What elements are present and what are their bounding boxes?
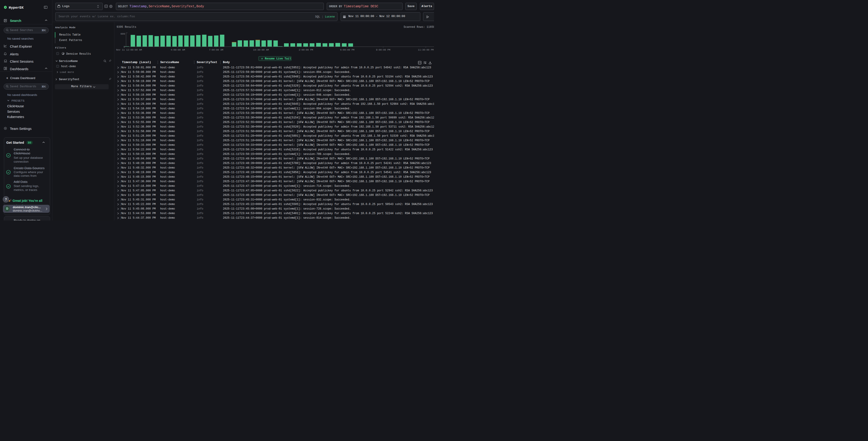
svg-text:4:00:00 AM: 4:00:00 AM (170, 49, 185, 51)
svg-text:7:00:00 AM: 7:00:00 AM (209, 49, 223, 51)
svg-text:5:00:00 PM: 5:00:00 PM (340, 49, 354, 51)
svg-text:0: 0 (123, 46, 125, 48)
svg-text:10:30:00 AM: 10:30:00 AM (253, 49, 269, 51)
svg-text:11:30:00 PM: 11:30:00 PM (418, 49, 434, 51)
svg-text:600: 600 (120, 33, 125, 35)
svg-text:Nov 11 12:00:00 AM: Nov 11 12:00:00 AM (116, 49, 142, 51)
svg-text:2:00:00 PM: 2:00:00 PM (299, 49, 313, 51)
svg-text:8:00:00 PM: 8:00:00 PM (376, 49, 390, 51)
